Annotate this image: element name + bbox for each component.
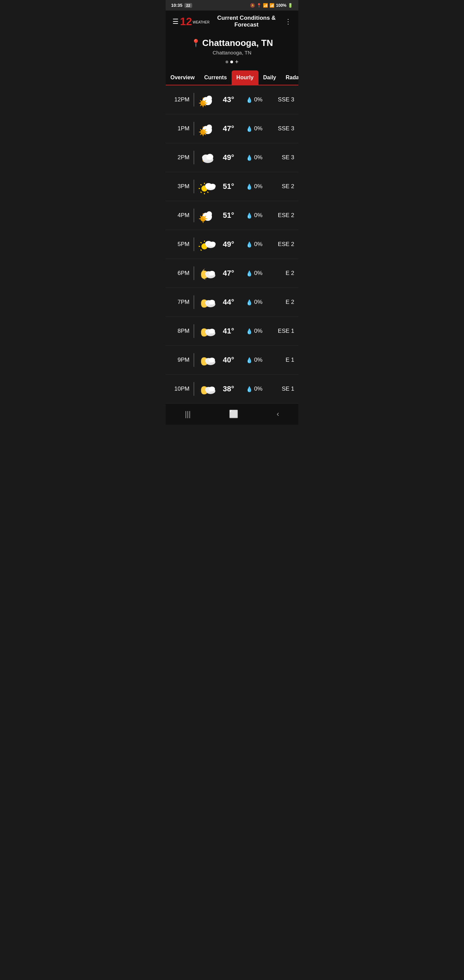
hour-wind: SE 3: [272, 154, 294, 161]
location-dot-2[interactable]: [230, 60, 233, 63]
recent-nav-button[interactable]: ‹: [270, 408, 286, 420]
home-nav-button[interactable]: ⬜: [222, 408, 245, 420]
svg-point-62: [209, 271, 215, 275]
svg-line-23: [200, 134, 202, 135]
rain-drop-icon: 💧: [246, 241, 253, 248]
hour-temp: 51°: [223, 182, 243, 191]
hour-wind: ESE 2: [272, 212, 294, 219]
hour-time: 5PM: [170, 241, 189, 248]
hourly-list: 12PM 43° 💧 0%: [166, 86, 298, 404]
hour-temp: 49°: [223, 153, 243, 162]
hour-divider: [194, 237, 194, 251]
location-main: 📍 Chattanooga, TN: [166, 38, 298, 48]
rain-drop-icon: 💧: [246, 212, 253, 219]
svg-point-58: [210, 242, 216, 247]
hourly-row: 5PM 49° 💧 0% ESE 2: [166, 230, 298, 259]
weather-icon: [198, 350, 218, 369]
location-dot-1[interactable]: [226, 60, 228, 63]
hour-temp: 40°: [223, 356, 243, 364]
rain-drop-icon: 💧: [246, 357, 253, 363]
rain-drop-icon: 💧: [246, 183, 253, 190]
rain-drop-icon: 💧: [246, 270, 253, 277]
precip-value: 0%: [254, 96, 262, 103]
app-logo: 12 WEATHER: [180, 16, 210, 27]
back-nav-button[interactable]: |||: [178, 408, 197, 420]
svg-point-15: [200, 129, 206, 135]
weather-icon: [198, 235, 218, 254]
tab-hourly[interactable]: Hourly: [232, 70, 259, 85]
hour-divider: [194, 122, 194, 135]
tab-overview[interactable]: Overview: [166, 70, 199, 85]
hourly-row: 12PM 43° 💧 0%: [166, 86, 298, 115]
hour-wind: SE 2: [272, 183, 294, 190]
hour-temp: 44°: [223, 298, 243, 307]
svg-point-74: [209, 358, 215, 363]
hourly-row: 6PM 47° 💧 0% E 2: [166, 259, 298, 288]
location-pin-icon: 📍: [191, 39, 200, 48]
location-status-icon: 📍: [256, 3, 262, 8]
hour-time: 9PM: [170, 356, 189, 363]
hour-wind: E 2: [272, 299, 294, 305]
weather-icon: [198, 379, 218, 398]
svg-line-21: [205, 134, 206, 135]
hour-temp: 49°: [223, 240, 243, 249]
hour-temp: 41°: [223, 327, 243, 336]
hour-temp: 51°: [223, 211, 243, 220]
hour-divider: [194, 180, 194, 193]
status-left: 10:35 22: [171, 3, 192, 8]
more-options-button[interactable]: ⋮: [283, 16, 293, 27]
svg-line-48: [200, 216, 202, 217]
status-bar: 10:35 22 🔕 📍 📶 📶 100% 🔋: [166, 0, 298, 11]
hour-wind: ESE 2: [272, 241, 294, 248]
hour-divider: [194, 324, 194, 338]
hour-wind: ESE 1: [272, 328, 294, 334]
hour-wind: E 1: [272, 356, 294, 363]
logo-number: 12: [180, 16, 192, 27]
precip-value: 0%: [254, 328, 262, 334]
hourly-row: 9PM 40° 💧 0% E 1: [166, 346, 298, 375]
svg-line-33: [201, 185, 202, 185]
notification-badge: 22: [184, 3, 192, 8]
rain-drop-icon: 💧: [246, 386, 253, 392]
precip-value: 0%: [254, 241, 262, 248]
hour-wind: E 2: [272, 270, 294, 277]
hour-precip: 💧 0%: [246, 212, 269, 219]
hour-time: 4PM: [170, 212, 189, 219]
rain-drop-icon: 💧: [246, 299, 253, 305]
hour-time: 12PM: [170, 96, 189, 103]
hour-divider: [194, 93, 194, 107]
weather-icon: [198, 90, 218, 109]
hourly-row: 8PM 41° 💧 0% ESE 1: [166, 317, 298, 346]
weather-icon: [198, 321, 218, 340]
hour-precip: 💧 0%: [246, 154, 269, 161]
hour-time: 3PM: [170, 183, 189, 190]
hour-time: 10PM: [170, 385, 189, 392]
hour-divider: [194, 353, 194, 367]
add-location-button[interactable]: +: [235, 59, 239, 65]
svg-line-8: [200, 100, 202, 102]
location-subtitle: Chattanooga, TN: [166, 50, 298, 56]
hour-time: 1PM: [170, 125, 189, 132]
hourly-row: 1PM 47° 💧 0% SSE 3: [166, 115, 298, 143]
tab-currents[interactable]: Currents: [199, 70, 232, 85]
precip-value: 0%: [254, 270, 262, 277]
location-city: Chattanooga, TN: [202, 38, 273, 48]
svg-line-20: [200, 129, 202, 130]
hour-temp: 47°: [223, 124, 243, 133]
svg-line-34: [208, 192, 208, 193]
hour-temp: 43°: [223, 95, 243, 104]
hour-precip: 💧 0%: [246, 270, 269, 277]
tab-radar[interactable]: Radar ›: [281, 70, 298, 85]
tab-daily[interactable]: Daily: [259, 70, 281, 85]
hour-divider: [194, 208, 194, 222]
svg-point-78: [209, 387, 215, 391]
signal-icon: 📶: [269, 3, 275, 8]
weather-icon: [198, 148, 218, 167]
svg-line-36: [201, 192, 202, 193]
menu-button[interactable]: ☰: [171, 16, 180, 27]
app-header: ☰ 12 WEATHER Current Conditions & Foreca…: [166, 11, 298, 32]
svg-point-43: [200, 216, 206, 221]
hour-precip: 💧 0%: [246, 299, 269, 305]
svg-line-11: [200, 105, 202, 106]
rain-drop-icon: 💧: [246, 97, 253, 103]
